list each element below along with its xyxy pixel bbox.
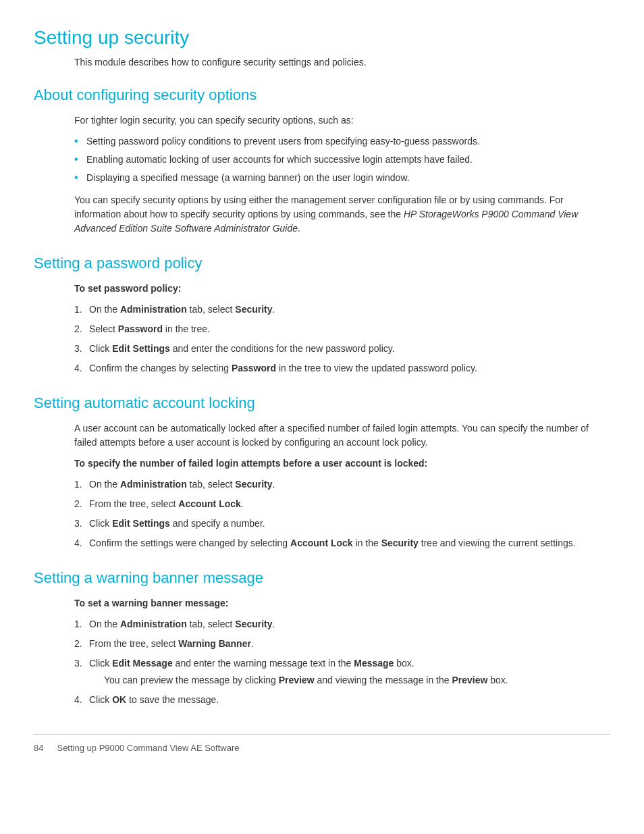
step-num: 3. bbox=[74, 656, 82, 671]
page-footer: 84 Setting up P9000 Command View AE Soft… bbox=[34, 734, 610, 753]
bold-text: Security bbox=[381, 538, 419, 548]
intro-text: This module describes how to configure s… bbox=[74, 57, 610, 68]
footer-text: Setting up P9000 Command View AE Softwar… bbox=[57, 743, 239, 753]
section-password-policy: Setting a password policy To set passwor… bbox=[34, 255, 610, 375]
section-heading-password: Setting a password policy bbox=[34, 255, 610, 272]
section-body-banner: To set a warning banner message: 1. On t… bbox=[74, 596, 610, 707]
password-step-4: 4. Confirm the changes by selecting Pass… bbox=[74, 361, 610, 375]
bold-text: Edit Message bbox=[112, 658, 172, 669]
step-num: 4. bbox=[74, 361, 82, 375]
step-num: 1. bbox=[74, 303, 82, 317]
bold-text: OK bbox=[112, 694, 126, 705]
bold-text: Administration bbox=[120, 479, 187, 490]
bold-text: Account Lock bbox=[290, 538, 353, 548]
about-bullet-1: Setting password policy conditions to pr… bbox=[74, 134, 610, 149]
password-step-2: 2. Select Password in the tree. bbox=[74, 322, 610, 336]
password-step-3: 3. Click Edit Settings and enter the con… bbox=[74, 342, 610, 356]
section-body-password: To set password policy: 1. On the Admini… bbox=[74, 282, 610, 375]
bold-text: Edit Settings bbox=[112, 518, 170, 529]
banner-step-3-note: You can preview the message by clicking … bbox=[104, 673, 610, 687]
step-num: 1. bbox=[74, 477, 82, 492]
bold-text: Password bbox=[118, 323, 163, 334]
locking-step-2: 2. From the tree, select Account Lock. bbox=[74, 497, 610, 511]
step-num: 2. bbox=[74, 497, 82, 511]
section-about: About configuring security options For t… bbox=[34, 86, 610, 236]
locking-para-1: A user account can be automatically lock… bbox=[74, 421, 610, 450]
bold-text: Warning Banner bbox=[178, 638, 251, 649]
locking-sub-heading: To specify the number of failed login at… bbox=[74, 457, 610, 471]
bold-text: Security bbox=[235, 619, 272, 629]
bold-text: Preview bbox=[279, 675, 315, 685]
footer-page-number: 84 bbox=[34, 743, 43, 753]
section-heading-banner: Setting a warning banner message bbox=[34, 569, 610, 587]
banner-step-1: 1. On the Administration tab, select Sec… bbox=[74, 617, 610, 631]
about-para-2: You can specify security options by usin… bbox=[74, 193, 610, 236]
step-num: 2. bbox=[74, 322, 82, 336]
page-container: Setting up security This module describe… bbox=[0, 0, 644, 793]
banner-steps: 1. On the Administration tab, select Sec… bbox=[74, 617, 610, 707]
step-num: 3. bbox=[74, 342, 82, 356]
section-heading-about: About configuring security options bbox=[34, 86, 610, 104]
section-warning-banner: Setting a warning banner message To set … bbox=[34, 569, 610, 707]
bold-text: Preview bbox=[452, 675, 487, 685]
bold-text: Account Lock bbox=[178, 498, 241, 509]
section-account-locking: Setting automatic account locking A user… bbox=[34, 394, 610, 550]
page-title: Setting up security bbox=[34, 27, 610, 49]
locking-step-3: 3. Click Edit Settings and specify a num… bbox=[74, 517, 610, 531]
banner-step-3: 3. Click Edit Message and enter the warn… bbox=[74, 656, 610, 687]
locking-steps: 1. On the Administration tab, select Sec… bbox=[74, 477, 610, 550]
locking-step-1: 1. On the Administration tab, select Sec… bbox=[74, 477, 610, 492]
about-bullet-3: Displaying a specified message (a warnin… bbox=[74, 171, 610, 185]
step-num: 1. bbox=[74, 617, 82, 631]
step-num: 4. bbox=[74, 693, 82, 707]
step-num: 3. bbox=[74, 517, 82, 531]
banner-step-2: 2. From the tree, select Warning Banner. bbox=[74, 637, 610, 651]
password-sub-heading: To set password policy: bbox=[74, 282, 610, 296]
section-body-about: For tighter login security, you can spec… bbox=[74, 113, 610, 236]
bold-text: Security bbox=[235, 479, 272, 490]
password-step-1: 1. On the Administration tab, select Sec… bbox=[74, 303, 610, 317]
section-body-locking: A user account can be automatically lock… bbox=[74, 421, 610, 550]
about-italic-text: HP StorageWorks P9000 Command View Advan… bbox=[74, 209, 578, 234]
password-steps: 1. On the Administration tab, select Sec… bbox=[74, 303, 610, 375]
about-para-1: For tighter login security, you can spec… bbox=[74, 113, 610, 128]
about-bullet-2: Enabling automatic locking of user accou… bbox=[74, 153, 610, 167]
bold-text: Edit Settings bbox=[112, 343, 170, 354]
bold-text: Message bbox=[354, 658, 394, 669]
banner-step-4: 4. Click OK to save the message. bbox=[74, 693, 610, 707]
bold-text: Password bbox=[232, 363, 276, 373]
locking-step-4: 4. Confirm the settings were changed by … bbox=[74, 536, 610, 550]
step-num: 4. bbox=[74, 536, 82, 550]
step-num: 2. bbox=[74, 637, 82, 651]
bold-text: Administration bbox=[120, 619, 187, 629]
section-heading-locking: Setting automatic account locking bbox=[34, 394, 610, 412]
banner-sub-heading: To set a warning banner message: bbox=[74, 596, 610, 610]
bold-text: Administration bbox=[120, 304, 187, 315]
bold-text: Security bbox=[235, 304, 272, 315]
about-bullet-list: Setting password policy conditions to pr… bbox=[74, 134, 610, 185]
